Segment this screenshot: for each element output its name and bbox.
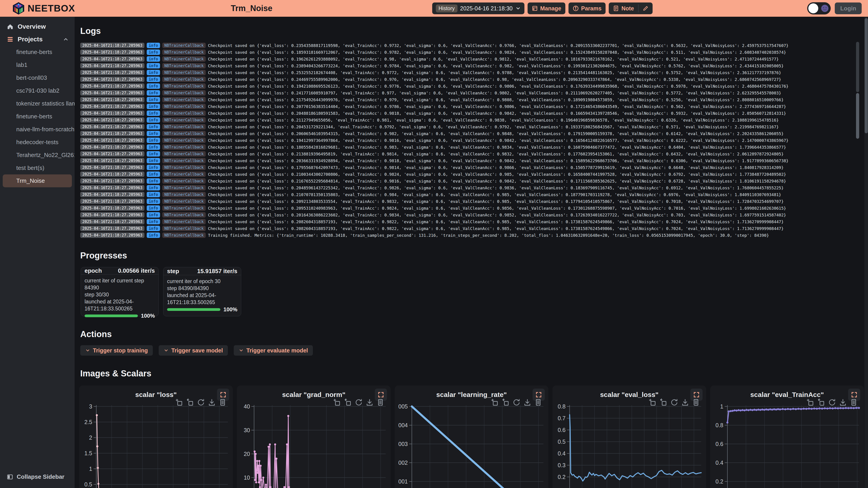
log-source-badge: NBTrainerCallback: [162, 138, 206, 143]
note-button[interactable]: Note: [609, 2, 638, 14]
log-level-badge: info: [147, 90, 160, 96]
log-row: 2025-04-16T21:18:27.205963infoNBTrainerC…: [80, 137, 856, 144]
log-message: Checkpoint saved on {'eval_loss': 0.1962…: [208, 57, 779, 61]
history-select[interactable]: History 2025-04-16 21:18:30: [432, 2, 524, 14]
chevron-up-icon: [63, 36, 69, 42]
log-row: 2025-04-16T21:18:27.205963infoNBTrainerC…: [80, 198, 856, 205]
logs-scrollbar-thumb[interactable]: [856, 93, 859, 139]
images-scalars-section-title: Images & Scalars: [80, 368, 868, 379]
log-level-badge: info: [147, 144, 160, 150]
log-message: Checkpoint saved on {'eval_loss': 0.1941…: [208, 138, 788, 143]
sidebar-project-item[interactable]: Terahertz_No22_Gl261_gl...: [0, 149, 74, 162]
y-tick-label: 0.4: [715, 459, 723, 466]
log-source-badge: NBTrainerCallback: [162, 117, 206, 123]
sidebar-item-overview[interactable]: Overview: [0, 20, 74, 33]
log-timestamp-badge: 2025-04-16T21:18:27.205963: [80, 63, 145, 68]
log-row: 2025-04-16T21:18:27.205963infoNBTrainerC…: [80, 117, 856, 123]
log-timestamp-badge: 2025-04-16T21:18:27.205963: [80, 205, 145, 211]
log-timestamp-badge: 2025-04-16T21:18:27.205963: [80, 50, 145, 55]
y-tick-label: 20: [244, 451, 250, 457]
login-button[interactable]: Login: [835, 2, 862, 14]
log-row: 2025-04-16T21:18:27.205963infoNBTrainerC…: [80, 218, 856, 225]
chart-title: scalar "eval_TrainAcc": [710, 391, 864, 398]
sidebar-project-item[interactable]: tokenizer statistics llama...: [0, 97, 74, 110]
info-icon: [572, 5, 579, 11]
sidebar-project-item[interactable]: finetune-berts: [0, 110, 74, 123]
sidebar-project-item[interactable]: bert-conll03: [0, 71, 74, 84]
series-line: [412, 406, 544, 488]
log-row: 2025-04-16T21:18:27.205963infoNBTrainerC…: [80, 90, 856, 96]
params-button[interactable]: Params: [568, 2, 606, 14]
progresses-section-title: Progresses: [80, 250, 868, 261]
log-level-badge: info: [147, 117, 160, 123]
log-row: 2025-04-16T21:18:27.205963infoNBTrainerC…: [80, 62, 856, 69]
chart-card: scalar "loss"32.521.510.50: [79, 385, 233, 488]
y-tick-label: 0.6: [558, 427, 565, 433]
progress-card: step15.91857 iter/scurrent iter of epoch…: [163, 267, 241, 316]
log-row: 2025-04-16T21:18:27.205963infoNBTrainerC…: [80, 171, 856, 177]
log-row: 2025-04-16T21:18:27.205963infoNBTrainerC…: [80, 96, 856, 103]
log-row: 2025-04-16T21:18:27.205963infoNBTrainerC…: [80, 123, 856, 130]
chart-card: scalar "eval_loss"0.80.70.60.50.40.30.2: [553, 385, 706, 488]
log-source-badge: NBTrainerCallback: [162, 185, 206, 191]
chart-title: scalar "learning_rate": [395, 391, 548, 398]
sidebar-project-item[interactable]: lab1: [0, 59, 74, 71]
log-source-badge: NBTrainerCallback: [162, 76, 206, 82]
log-timestamp-badge: 2025-04-16T21:18:27.205963: [80, 192, 145, 197]
action-label: Trigger evaluate model: [246, 347, 308, 354]
history-value: 2025-04-16 21:18:30: [460, 5, 513, 12]
progress-detail: current iter of current step 84390: [85, 277, 155, 291]
log-row: 2025-04-16T21:18:27.205963infoNBTrainerC…: [80, 103, 856, 110]
log-source-badge: NBTrainerCallback: [162, 124, 206, 129]
page-scrollbar-thumb[interactable]: [865, 18, 868, 133]
log-message: Checkpoint saved on {'eval_loss': 0.2082…: [208, 226, 784, 231]
trigger-action-button[interactable]: Trigger stop training: [80, 345, 153, 356]
log-row: 2025-04-16T21:18:27.205963infoNBTrainerC…: [80, 232, 856, 238]
edit-note-button[interactable]: [639, 2, 653, 14]
sidebar-item-projects[interactable]: Projects: [0, 33, 74, 46]
log-message: Checkpoint saved on {'eval_loss': 0.2060…: [208, 131, 784, 136]
log-message: Checkpoint saved on {'eval_loss': 0.2092…: [208, 199, 784, 204]
chevron-down-icon: [85, 348, 90, 353]
log-row: 2025-04-16T21:18:27.205963infoNBTrainerC…: [80, 110, 856, 117]
log-row: 2025-04-16T21:18:27.205963infoNBTrainerC…: [80, 42, 856, 49]
y-tick-label: 0.4: [558, 450, 565, 457]
log-message: Checkpoint saved on {'eval_loss': 0.2175…: [208, 97, 784, 102]
theme-toggle[interactable]: [807, 2, 831, 14]
trigger-action-button[interactable]: Trigger save model: [159, 345, 228, 356]
log-level-badge: info: [147, 199, 160, 204]
sidebar-project-item[interactable]: csc791-030 lab2: [0, 84, 74, 97]
log-level-badge: info: [147, 178, 160, 184]
log-source-badge: NBTrainerCallback: [162, 97, 206, 102]
y-tick-label: 003: [398, 441, 408, 447]
sidebar-project-item[interactable]: test bert(s): [0, 162, 74, 174]
log-row: 2025-04-16T21:18:27.205963infoNBTrainerC…: [80, 144, 856, 151]
collapse-sidebar-button[interactable]: Collapse Sidebar: [0, 473, 64, 480]
log-source-badge: NBTrainerCallback: [162, 144, 206, 150]
projects-menu-icon: [7, 36, 13, 43]
sidebar-project-item[interactable]: naive-llm-from-scratch: [0, 123, 74, 136]
y-tick-label: 004: [398, 422, 408, 428]
log-list: 2025-04-16T21:18:27.205963infoNBTrainerC…: [80, 42, 856, 238]
y-tick-label: 1: [720, 404, 723, 410]
log-timestamp-badge: 2025-04-16T21:18:27.205963: [80, 165, 145, 170]
chart-title: scalar "loss": [79, 391, 233, 398]
sidebar-project-item[interactable]: hedecoder-tests: [0, 136, 74, 149]
sidebar-project-item[interactable]: Trm_Noise: [3, 174, 72, 187]
progress-name: epoch: [85, 267, 102, 274]
main-content: Logs 2025-04-16T21:18:27.205963infoNBTra…: [74, 17, 868, 488]
log-timestamp-badge: 2025-04-16T21:18:27.205963: [80, 212, 145, 218]
manage-icon: [532, 5, 538, 11]
progress-detail: launched at 2025-04-16T21:18:33.500265: [85, 298, 155, 312]
log-message: Checkpoint saved on {'eval_loss': 0.2016…: [208, 213, 786, 217]
manage-label: Manage: [540, 5, 561, 12]
log-timestamp-badge: 2025-04-16T21:18:27.205963: [80, 110, 145, 116]
trigger-action-button[interactable]: Trigger evaluate model: [234, 345, 313, 356]
log-timestamp-badge: 2025-04-16T21:18:27.205963: [80, 56, 145, 62]
manage-button[interactable]: Manage: [528, 2, 565, 14]
y-tick-label: 0.7: [558, 415, 565, 421]
log-row: 2025-04-16T21:18:27.205963infoNBTrainerC…: [80, 225, 856, 232]
logs-section-title: Logs: [80, 26, 868, 36]
logs-scrollbar-track[interactable]: [856, 42, 859, 92]
sidebar-project-item[interactable]: finetune-berts: [0, 46, 74, 59]
